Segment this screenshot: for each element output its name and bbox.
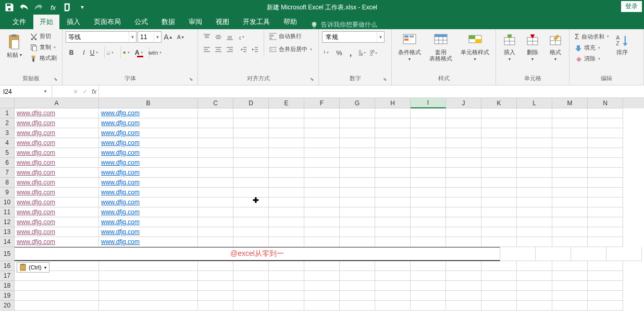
cell[interactable]	[411, 188, 446, 198]
cell[interactable]	[304, 261, 340, 271]
font-launcher[interactable]: ⬊	[189, 77, 195, 83]
sort-filter-button[interactable]: AZ排序	[614, 31, 630, 57]
cell[interactable]	[304, 301, 340, 311]
cell-link[interactable]: www.dfjg.com	[99, 207, 198, 217]
cell[interactable]	[411, 158, 446, 168]
row-header[interactable]: 3	[0, 128, 15, 138]
cancel-formula-button[interactable]: ✕	[73, 88, 78, 95]
cell[interactable]	[340, 188, 375, 198]
cell[interactable]	[552, 178, 588, 188]
cell-link[interactable]: www.dfjg.com	[15, 128, 99, 138]
cell[interactable]	[233, 281, 269, 291]
row-header[interactable]: 2	[0, 118, 15, 128]
cell[interactable]	[269, 198, 304, 207]
alignment-launcher[interactable]: ⬊	[310, 77, 316, 83]
row-header[interactable]: 14	[0, 237, 15, 247]
cell[interactable]	[375, 237, 411, 247]
cell[interactable]	[446, 301, 481, 311]
cell[interactable]	[588, 128, 623, 138]
cell[interactable]	[99, 271, 198, 281]
chevron-down-icon[interactable]: ▼	[154, 32, 161, 42]
cell[interactable]	[517, 301, 552, 311]
copy-button[interactable]: 复制▼	[28, 42, 59, 52]
cell-link[interactable]: www.dfjg.com	[99, 217, 198, 227]
col-header-I[interactable]: I	[411, 98, 446, 108]
cell[interactable]	[269, 168, 304, 178]
cell[interactable]	[552, 148, 588, 158]
cell[interactable]	[340, 207, 375, 217]
row-header[interactable]: 17	[0, 271, 15, 281]
cell[interactable]	[481, 148, 517, 158]
cell[interactable]	[340, 168, 375, 178]
row-header[interactable]: 1	[0, 108, 15, 118]
cell[interactable]	[99, 301, 198, 311]
cell[interactable]	[198, 118, 233, 128]
cell[interactable]	[588, 291, 623, 301]
cell[interactable]	[269, 158, 304, 168]
cell[interactable]	[375, 291, 411, 301]
cell[interactable]	[375, 158, 411, 168]
cell[interactable]	[588, 118, 623, 128]
cell[interactable]	[411, 281, 446, 291]
cell-link[interactable]: www.dfjg.com	[15, 108, 99, 118]
col-header-M[interactable]: M	[552, 98, 588, 108]
cell[interactable]	[517, 271, 552, 281]
wrap-text-button[interactable]: abc自动换行	[267, 31, 315, 41]
cell-link[interactable]: www.dfjg.com	[99, 158, 198, 168]
cell[interactable]	[198, 108, 233, 118]
cell[interactable]	[15, 301, 99, 311]
cell[interactable]	[481, 138, 517, 148]
row-header[interactable]: 5	[0, 148, 15, 158]
cell[interactable]	[411, 271, 446, 281]
cell[interactable]	[304, 118, 340, 128]
increase-font-button[interactable]: A▲	[163, 31, 174, 43]
cell[interactable]	[517, 207, 552, 217]
cell[interactable]	[517, 118, 552, 128]
col-header-N[interactable]: N	[588, 98, 623, 108]
cell[interactable]	[340, 158, 375, 168]
cell[interactable]	[198, 237, 233, 247]
cell[interactable]	[340, 138, 375, 148]
cell[interactable]	[446, 128, 481, 138]
cell[interactable]	[340, 301, 375, 311]
cell[interactable]	[99, 261, 198, 271]
decrease-decimal-button[interactable]: .00.0	[368, 47, 379, 58]
cell[interactable]	[552, 188, 588, 198]
underline-button[interactable]: U▼	[91, 47, 102, 58]
col-header-L[interactable]: L	[517, 98, 552, 108]
cell[interactable]	[198, 138, 233, 148]
cell[interactable]	[588, 188, 623, 198]
col-header-C[interactable]: C	[198, 98, 233, 108]
cell[interactable]	[233, 271, 269, 281]
cell[interactable]	[198, 178, 233, 188]
cell-link[interactable]: www.dfjg.com	[15, 148, 99, 158]
cell-link[interactable]: www.dfjg.com	[15, 227, 99, 237]
cell[interactable]	[304, 237, 340, 247]
cell[interactable]	[517, 291, 552, 301]
cell[interactable]	[411, 148, 446, 158]
cell[interactable]	[304, 188, 340, 198]
paste-button[interactable]: 粘贴▼	[3, 31, 26, 61]
cut-button[interactable]: 剪切	[28, 31, 59, 41]
cell[interactable]	[481, 118, 517, 128]
tab-developer[interactable]: 开发工具	[237, 15, 276, 29]
cell[interactable]	[552, 128, 588, 138]
cell[interactable]	[606, 247, 642, 261]
cell[interactable]	[340, 271, 375, 281]
autosum-button[interactable]: Σ自动求和▼	[573, 31, 612, 42]
cell[interactable]	[517, 138, 552, 148]
cell[interactable]	[233, 291, 269, 301]
cell[interactable]	[552, 291, 588, 301]
cell-link[interactable]: www.dfjg.com	[99, 108, 198, 118]
cell[interactable]	[198, 217, 233, 227]
cell[interactable]	[198, 261, 233, 271]
clear-button[interactable]: 清除▼	[573, 54, 612, 64]
row-header[interactable]: 4	[0, 138, 15, 148]
cell[interactable]	[481, 217, 517, 227]
cell[interactable]	[446, 291, 481, 301]
cell[interactable]	[446, 148, 481, 158]
row-header[interactable]: 10	[0, 198, 15, 207]
cell[interactable]	[552, 261, 588, 271]
cell-link[interactable]: www.dfjg.com	[15, 188, 99, 198]
fill-button[interactable]: 填充▼	[573, 43, 612, 53]
